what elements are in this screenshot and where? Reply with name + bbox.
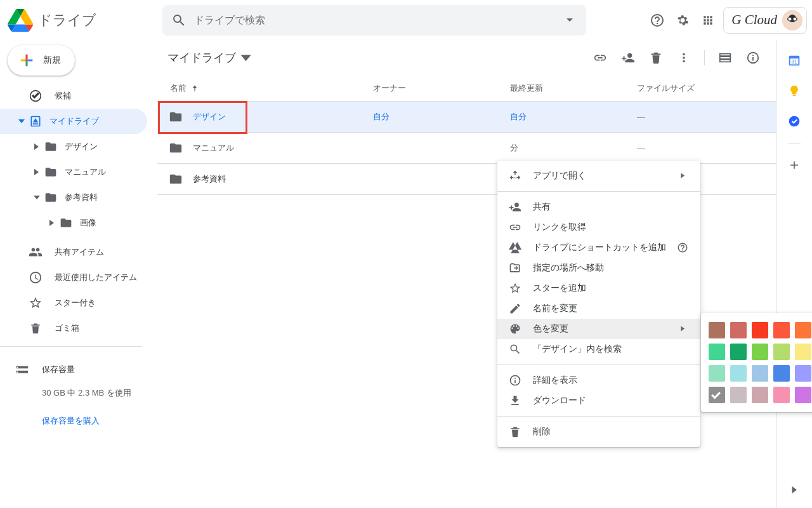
color-swatch[interactable] — [709, 365, 725, 382]
buy-storage-link[interactable]: 保存容量を購入 — [42, 415, 142, 427]
color-swatch[interactable] — [752, 322, 768, 338]
header: ドライブ G Cloud — [0, 0, 812, 40]
folder-icon — [44, 191, 57, 204]
menu-share[interactable]: 共有 — [497, 197, 700, 217]
keep-addon-button[interactable] — [782, 78, 807, 104]
column-modified[interactable]: 最終更新 — [510, 83, 637, 94]
folder-icon — [44, 166, 57, 178]
menu-move-to[interactable]: 指定の場所へ移動 — [497, 258, 700, 278]
sidebar-item-reference[interactable]: 参考資料 — [0, 185, 147, 210]
more-actions-button[interactable] — [671, 45, 697, 70]
cell-name: マニュアル — [169, 141, 373, 155]
sidebar-item-label: 参考資料 — [65, 192, 98, 203]
color-swatch[interactable] — [730, 344, 747, 360]
color-swatch[interactable] — [730, 322, 747, 338]
color-swatch[interactable] — [709, 344, 725, 360]
new-button[interactable]: 新規 — [8, 45, 75, 76]
sidebar-item-starred[interactable]: スター付き — [0, 290, 147, 316]
sidebar-item-label: 共有アイテム — [55, 246, 104, 258]
color-swatch[interactable] — [773, 387, 790, 403]
menu-search-within[interactable]: 「デザイン」内を検索 — [497, 339, 700, 359]
color-swatch[interactable] — [752, 365, 768, 382]
breadcrumb[interactable]: マイドライブ — [165, 46, 254, 69]
hide-side-panel-button[interactable] — [782, 478, 807, 503]
color-swatch[interactable] — [752, 387, 768, 403]
sidebar-item-images[interactable]: 画像 — [0, 210, 147, 236]
get-addons-button[interactable] — [782, 152, 807, 178]
color-swatch[interactable] — [773, 365, 790, 382]
sidebar-item-label: スター付き — [55, 297, 96, 309]
tasks-icon — [788, 115, 801, 128]
tasks-addon-button[interactable] — [782, 109, 807, 134]
product-name: ドライブ — [38, 11, 96, 30]
cell-name: 参考資料 — [169, 172, 373, 186]
menu-open-with[interactable]: アプリで開く — [497, 166, 700, 186]
column-owner[interactable]: オーナー — [373, 83, 510, 94]
sidebar-item-mydrive[interactable]: マイドライブ — [0, 109, 147, 134]
color-swatch[interactable] — [730, 365, 747, 382]
menu-remove[interactable]: 削除 — [497, 422, 700, 442]
settings-button[interactable] — [670, 8, 695, 33]
calendar-addon-button[interactable]: 31 — [782, 48, 807, 73]
column-size[interactable]: ファイルサイズ — [637, 83, 771, 94]
account-switcher[interactable]: G Cloud — [723, 7, 807, 34]
priority-icon — [29, 90, 42, 102]
search-input[interactable] — [193, 14, 556, 27]
search-icon[interactable] — [165, 6, 193, 34]
menu-label: 色を変更 — [533, 323, 680, 335]
menu-download[interactable]: ダウンロード — [497, 391, 700, 411]
cell-name: デザイン — [169, 110, 373, 124]
drive-logo-icon — [8, 8, 33, 33]
apps-button[interactable] — [695, 8, 721, 33]
table-row[interactable]: デザイン自分自分— — [157, 102, 776, 133]
sidebar-item-recent[interactable]: 最近使用したアイテム — [0, 265, 147, 290]
chevron-right-icon — [789, 485, 799, 495]
sidebar-item-label: マイドライブ — [49, 116, 99, 127]
color-swatch[interactable] — [730, 387, 747, 403]
menu-get-link[interactable]: リンクを取得 — [497, 217, 700, 237]
color-swatch[interactable] — [795, 365, 811, 382]
remove-button[interactable] — [643, 45, 669, 70]
get-link-button[interactable] — [587, 45, 613, 70]
color-swatch[interactable] — [795, 387, 811, 403]
folder-icon — [60, 217, 72, 229]
column-name[interactable]: 名前 — [170, 83, 373, 94]
menu-view-details[interactable]: 詳細を表示 — [497, 370, 700, 391]
menu-label: 共有 — [533, 201, 690, 213]
menu-rename[interactable]: 名前を変更 — [497, 298, 700, 319]
search-bar[interactable] — [162, 5, 586, 36]
avatar — [782, 10, 802, 30]
sidebar-item-storage[interactable]: 保存容量 — [15, 357, 142, 382]
view-details-button[interactable] — [740, 45, 766, 70]
menu-add-shortcut[interactable]: ドライブにショートカットを追加 — [497, 237, 700, 258]
color-swatch[interactable] — [773, 322, 790, 338]
menu-label: ダウンロード — [533, 395, 690, 406]
share-button[interactable] — [615, 45, 641, 70]
logo-area[interactable]: ドライブ — [8, 8, 157, 33]
cell-size: — — [637, 144, 771, 153]
sidebar-item-label: ゴミ箱 — [55, 323, 79, 334]
clock-icon — [29, 271, 43, 284]
support-button[interactable] — [645, 8, 670, 33]
color-swatch[interactable] — [773, 344, 790, 360]
menu-change-color[interactable]: 色を変更 — [497, 319, 700, 339]
breadcrumb-label: マイドライブ — [167, 50, 236, 65]
color-swatch[interactable] — [795, 344, 811, 360]
folder-icon — [44, 140, 57, 153]
sidebar-item-shared[interactable]: 共有アイテム — [0, 239, 147, 265]
sidebar-item-manual[interactable]: マニュアル — [0, 159, 147, 185]
sidebar-item-priority[interactable]: 候補 — [0, 83, 147, 109]
color-swatch[interactable] — [709, 322, 725, 338]
folder-icon — [169, 172, 183, 186]
sidebar-item-label: マニュアル — [65, 166, 106, 178]
color-swatch[interactable] — [709, 387, 725, 403]
menu-add-star[interactable]: スターを追加 — [497, 278, 700, 298]
sidebar-item-trash[interactable]: ゴミ箱 — [0, 316, 147, 341]
layout-toggle-button[interactable] — [712, 45, 738, 70]
search-options-button[interactable] — [556, 6, 584, 34]
color-swatch[interactable] — [795, 322, 811, 338]
sidebar-item-design[interactable]: デザイン — [0, 134, 147, 159]
cell-modified: 分 — [510, 142, 637, 154]
color-swatch[interactable] — [752, 344, 768, 360]
table-row[interactable]: マニュアル分— — [157, 133, 776, 164]
